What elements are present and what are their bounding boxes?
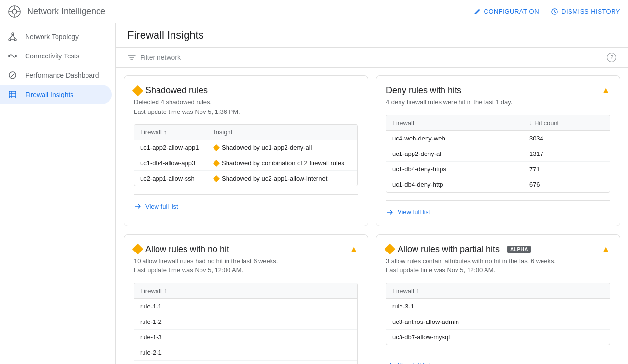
page-title: Firewall Insights [128, 29, 204, 42]
cards-grid: Shadowed rules Detected 4 shadowed rules… [116, 68, 628, 364]
deny-rules-title: Deny rules with hits [386, 85, 461, 96]
hit-count-value: 771 [524, 161, 610, 177]
sidebar-label-connectivity-tests: Connectivity Tests [25, 52, 80, 60]
shadowed-rules-table-container: Firewall ↑ Insight u [134, 124, 358, 186]
connectivity-icon [8, 51, 17, 61]
table-row: uc4-web-deny-web 3034 [386, 130, 610, 146]
deny-rules-header: Deny rules with hits ▲ [386, 85, 610, 96]
firewall-name: uc2-app1-allow-ssh [134, 171, 208, 186]
deny-rules-view-full-list[interactable]: View full list [386, 200, 610, 216]
help-icon[interactable]: ? [607, 53, 616, 62]
allow-no-hit-firewall-col-header[interactable]: Firewall ↑ [134, 283, 357, 299]
allow-partial-hits-title: Allow rules with partial hits ALPHA [386, 244, 531, 254]
svg-line-11 [13, 35, 15, 39]
sidebar-item-firewall-insights[interactable]: Firewall Insights [0, 85, 112, 104]
header-actions: CONFIGURATION DISMISS HISTORY [473, 8, 620, 15]
performance-icon [8, 70, 17, 80]
sidebar-label-performance-dashboard: Performance Dashboard [25, 71, 99, 79]
deny-rules-subtitle: 4 deny firewall rules were hit in the la… [386, 98, 610, 107]
dismiss-history-label: DISMISS HISTORY [561, 8, 620, 15]
allow-no-hit-warning-icon: ▲ [349, 244, 358, 254]
deny-rules-card: Deny rules with hits ▲ 4 deny firewall r… [376, 75, 620, 226]
shadowed-insight-col-header[interactable]: Insight [208, 125, 357, 140]
shadowed-rules-card: Shadowed rules Detected 4 shadowed rules… [124, 75, 368, 226]
filter-input-wrap [128, 53, 237, 62]
insight-diamond-icon [213, 159, 220, 166]
sidebar: Network Topology Connectivity Tests Perf… [0, 23, 116, 364]
allow-no-hit-card: Allow rules with no hit ▲ 10 allow firew… [124, 234, 368, 364]
app-branding: Network Intelligence [8, 5, 105, 18]
allow-partial-firewall-col-header[interactable]: Firewall ↑ [386, 283, 610, 299]
table-row: uc1-db4-allow-app3 [134, 360, 357, 364]
pencil-icon [473, 8, 481, 15]
table-row: uc1-app2-allow-app1 Shadowed by uc1-app2… [134, 140, 357, 155]
firewall-name: uc1-app2-allow-app1 [134, 140, 208, 155]
shadowed-rules-subtitle: Detected 4 shadowed rules. Last update t… [134, 98, 358, 116]
deny-rules-table: Firewall ↓ Hit count [386, 115, 610, 192]
sort-down-icon: ↓ [529, 119, 532, 126]
shadowed-rules-header: Shadowed rules [134, 85, 358, 96]
allow-no-hit-diamond-icon [132, 244, 143, 255]
allow-no-hit-header: Allow rules with no hit ▲ [134, 244, 358, 254]
table-row: rule-1-2 [134, 314, 357, 329]
firewall-icon [8, 90, 17, 99]
deny-hit-count-col-header[interactable]: ↓ Hit count [524, 115, 610, 131]
allow-no-hit-subtitle: 10 allow firewall rules had no hit in th… [134, 256, 358, 275]
table-row: uc2-app1-allow-ssh Shadowed by uc2-app1-… [134, 171, 357, 186]
sidebar-item-network-topology[interactable]: Network Topology [0, 27, 112, 46]
allow-no-hit-title: Allow rules with no hit [134, 244, 229, 254]
shadowed-rules-view-full-list[interactable]: View full list [134, 194, 358, 210]
svg-point-13 [9, 56, 10, 57]
table-row: uc1-db4-deny-http 676 [386, 177, 610, 192]
table-row: rule-2-1 [134, 345, 357, 360]
svg-point-14 [15, 56, 17, 57]
table-row: uc1-app2-deny-all 1317 [386, 146, 610, 161]
app-title: Network Intelligence [27, 6, 105, 16]
firewall-name: uc1-db4-allow-app3 [134, 155, 208, 171]
hit-count-value: 3034 [524, 130, 610, 146]
alpha-badge: ALPHA [507, 246, 531, 253]
shadowed-rules-diamond-icon [132, 85, 143, 96]
table-row: uc3-db7-allow-mysql [386, 329, 610, 345]
allow-no-hit-table: Firewall ↑ rule-1-1 rule-1 [134, 283, 357, 364]
top-header: Network Intelligence CONFIGURATION DISMI… [0, 0, 628, 23]
sidebar-item-connectivity-tests[interactable]: Connectivity Tests [0, 46, 112, 66]
filter-network-input[interactable] [140, 54, 237, 61]
configuration-label: CONFIGURATION [484, 8, 540, 15]
allow-partial-hits-subtitle: 3 allow rules contain attributes with no… [386, 256, 610, 275]
table-row: rule-3-1 [386, 298, 610, 314]
shadowed-rules-table: Firewall ↑ Insight u [134, 125, 357, 186]
sidebar-item-performance-dashboard[interactable]: Performance Dashboard [0, 66, 112, 85]
table-row: rule-1-3 [134, 329, 357, 345]
svg-line-10 [10, 35, 13, 39]
deny-firewall-col-header[interactable]: Firewall [386, 115, 524, 131]
firewall-name: rule-3-1 [386, 298, 610, 314]
svg-rect-16 [9, 91, 16, 98]
firewall-name: uc1-db4-allow-app3 [134, 360, 357, 364]
allow-no-hit-table-container: Firewall ↑ rule-1-1 rule-1 [134, 283, 358, 364]
table-row: uc1-db4-deny-https 771 [386, 161, 610, 177]
sidebar-label-firewall-insights: Firewall Insights [25, 91, 73, 98]
firewall-name: rule-1-3 [134, 329, 357, 345]
dismiss-history-button[interactable]: DISMISS HISTORY [551, 8, 620, 15]
allow-partial-view-full-list[interactable]: View full list [386, 353, 610, 364]
firewall-name: uc1-app2-deny-all [386, 146, 524, 161]
shadowed-firewall-col-header[interactable]: Firewall ↑ [134, 125, 208, 140]
allow-partial-warning-icon: ▲ [601, 244, 610, 254]
app-logo-icon [8, 5, 21, 18]
sidebar-label-network-topology: Network Topology [25, 33, 79, 41]
firewall-name: uc4-web-deny-web [386, 130, 524, 146]
insight-value: Shadowed by combination of 2 firewall ru… [208, 155, 357, 171]
svg-point-1 [12, 9, 17, 14]
svg-point-7 [12, 33, 14, 35]
main-layout: Network Topology Connectivity Tests Perf… [0, 23, 628, 364]
allow-partial-hits-card: Allow rules with partial hits ALPHA ▲ 3 … [376, 234, 620, 364]
firewall-name: rule-2-1 [134, 345, 357, 360]
configuration-button[interactable]: CONFIGURATION [473, 8, 540, 15]
insight-diamond-icon [213, 144, 220, 151]
page-header: Firewall Insights [116, 23, 628, 48]
firewall-name: uc1-db4-deny-http [386, 177, 524, 192]
allow-partial-hits-diamond-icon [385, 244, 396, 255]
deny-rules-warning-icon: ▲ [601, 85, 610, 96]
firewall-name: uc1-db4-deny-https [386, 161, 524, 177]
